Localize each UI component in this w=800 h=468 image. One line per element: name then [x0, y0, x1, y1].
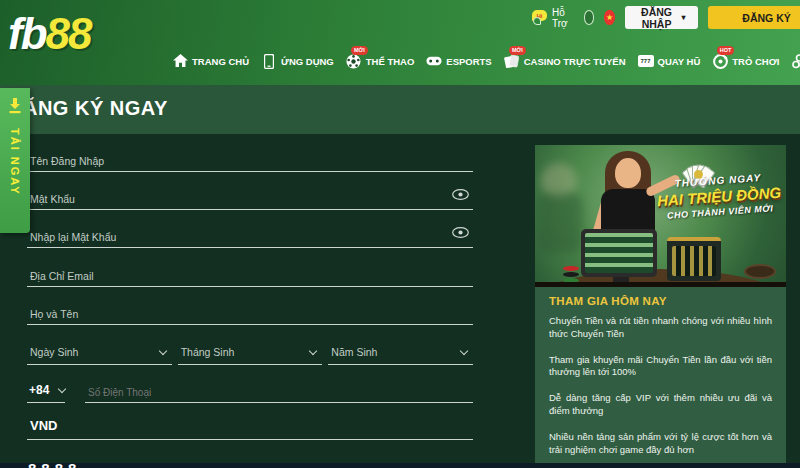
nav-label: TRÒ CHƠI [732, 56, 779, 67]
download-icon [7, 98, 23, 118]
day-select[interactable]: Ngày Sinh [27, 334, 172, 365]
mobile-icon [261, 53, 277, 69]
nav-label: ESPORTS [446, 56, 491, 67]
topbar: Hi Hỗ Trợ ★ ĐĂNG NHẬP ▾ ĐĂNG KÝ [533, 6, 800, 29]
title-band: ĐĂNG KÝ NGAY [0, 85, 800, 134]
phone-field [85, 372, 473, 403]
chevron-down-icon [158, 347, 166, 355]
promo-ribbon-text: THƯỞNG NGAY HAI TRIỆU ĐỒNG CHO THÀNH VIÊ… [653, 171, 786, 222]
phone-row: +84 [27, 372, 473, 403]
nav-item-slots[interactable]: 777 QUAY HŨ [638, 53, 701, 69]
year-select[interactable]: Năm Sinh [328, 334, 473, 365]
header: fb88 Hi Hỗ Trợ ★ ĐĂNG NHẬP ▾ ĐĂNG KÝ [0, 0, 800, 85]
page-title: ĐĂNG KÝ NGAY [8, 97, 168, 120]
main-nav: TRANG CHỦ ỨNG DỤNG MỚI THỂ THAO ESPOR [172, 44, 800, 78]
confirm-password-input[interactable] [30, 231, 431, 243]
nav-label: ỨNG DỤNG [281, 56, 334, 67]
slot-777-text: 777 [638, 55, 654, 67]
monitor-graphic [581, 229, 657, 277]
slot-machine-icon: 777 [638, 53, 654, 69]
birthdate-row: Ngày Sinh Tháng Sinh Năm Sinh [27, 334, 473, 365]
email-field [27, 256, 473, 287]
promo-bullet: Nhiều nền tảng sản phẩm với tỷ lệ cược t… [549, 431, 772, 457]
globe-icon[interactable] [584, 10, 595, 25]
show-confirm-password-icon[interactable] [452, 224, 469, 242]
fb88-logo[interactable]: fb88 [8, 10, 90, 58]
login-button[interactable]: ĐĂNG NHẬP ▾ [625, 6, 698, 29]
fullname-input[interactable] [30, 308, 431, 320]
soccer-ball-icon: MỚI [346, 53, 362, 69]
promo-bullet: Dễ dàng tăng cấp VIP với thêm nhiều ưu đ… [549, 392, 772, 418]
promo-bullet: Chuyển Tiền và rút tiền nhanh chóng với … [549, 315, 772, 341]
nav-item-app[interactable]: ỨNG DỤNG [261, 53, 334, 69]
month-select-label: Tháng Sinh [181, 346, 235, 358]
cards-icon: MỚI [504, 53, 520, 69]
year-select-label: Năm Sinh [331, 346, 377, 358]
nav-label: TRANG CHỦ [192, 56, 249, 67]
login-label: ĐĂNG NHẬP [637, 6, 677, 30]
nav-label: CASINO TRỰC TUYẾN [524, 56, 626, 67]
bottom-strip [0, 463, 800, 468]
chevron-down-icon: ▾ [682, 13, 686, 22]
support-link[interactable]: Hi Hỗ Trợ [533, 7, 574, 29]
promo-text-block: THAM GIA HÔM NAY Chuyển Tiền và rút tiền… [535, 287, 786, 463]
home-icon [172, 53, 188, 69]
username-input[interactable] [30, 155, 431, 167]
promo-model-face [615, 158, 641, 188]
captcha-code: 8888 [28, 460, 81, 468]
chat-bubble-icon: Hi [533, 10, 547, 25]
phone-code-label: +84 [29, 383, 49, 397]
month-select[interactable]: Tháng Sinh [178, 334, 323, 365]
gamepad-icon [426, 53, 442, 69]
poker-chips-graphic [563, 265, 579, 283]
chevron-down-icon [460, 347, 468, 355]
username-field [27, 141, 473, 172]
show-password-icon[interactable] [452, 186, 469, 204]
support-label: Hỗ Trợ [552, 7, 574, 29]
nav-item-games[interactable]: HOT TRÒ CHƠI [712, 53, 779, 69]
day-select-label: Ngày Sinh [30, 346, 78, 358]
chevron-down-icon [309, 347, 317, 355]
nav-item-esports[interactable]: ESPORTS [426, 53, 491, 69]
phone-country-code-select[interactable]: +84 [27, 372, 65, 403]
promo-panel: THƯỞNG NGAY HAI TRIỆU ĐỒNG CHO THÀNH VIÊ… [535, 145, 786, 463]
currency-field[interactable]: VND [27, 409, 473, 440]
nav-item-lottery[interactable]: XỔ SỐ [791, 53, 800, 69]
nav-item-sports[interactable]: MỚI THỂ THAO [346, 53, 415, 69]
logo-text-88: 88 [46, 9, 91, 58]
email-input[interactable] [30, 270, 431, 282]
page: fb88 Hi Hỗ Trợ ★ ĐĂNG NHẬP ▾ ĐĂNG KÝ [0, 0, 800, 468]
nav-label: THỂ THAO [366, 56, 415, 67]
currency-label: VND [30, 418, 57, 433]
new-badge: MỚI [509, 46, 526, 55]
chevron-down-icon [58, 385, 66, 393]
confirm-password-field [27, 217, 473, 248]
roulette-graphic [744, 264, 776, 279]
chat-bubble-small [533, 17, 541, 25]
hot-badge: HOT [717, 46, 735, 55]
register-label: ĐĂNG KÝ [742, 12, 790, 24]
fullname-field [27, 294, 473, 325]
promo-heading: THAM GIA HÔM NAY [549, 295, 772, 307]
slot-machine-graphic [667, 237, 721, 281]
new-badge: MỚI [351, 46, 368, 55]
logo-text-fb: fb [8, 9, 46, 58]
promo-banner[interactable]: THƯỞNG NGAY HAI TRIỆU ĐỒNG CHO THÀNH VIÊ… [535, 145, 786, 287]
register-button[interactable]: ĐĂNG KÝ [708, 6, 800, 29]
lottery-balls-icon [791, 53, 800, 69]
password-field [27, 179, 473, 210]
download-tab-label: TẢI NGAY [9, 128, 21, 196]
download-app-tab[interactable]: TẢI NGAY [0, 88, 30, 233]
nav-label: QUAY HŨ [658, 56, 701, 67]
phone-input[interactable] [88, 387, 437, 398]
background-figure [537, 193, 583, 253]
phone-gap [71, 372, 79, 403]
joystick-icon: HOT [712, 53, 728, 69]
promo-bullet: Tham gia khuyến mãi Chuyển Tiền lần đầu … [549, 354, 772, 380]
password-input[interactable] [30, 193, 431, 205]
table-edge-graphic [535, 282, 786, 287]
vietnam-flag-icon[interactable]: ★ [604, 10, 614, 25]
nav-item-home[interactable]: TRANG CHỦ [172, 53, 249, 69]
nav-item-casino[interactable]: MỚI CASINO TRỰC TUYẾN [504, 53, 626, 69]
